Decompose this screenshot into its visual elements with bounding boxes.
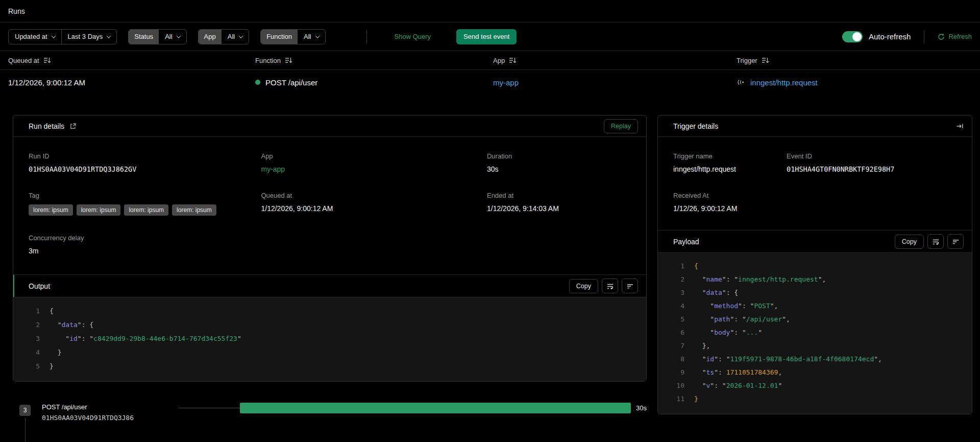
word-wrap-icon bbox=[606, 283, 614, 290]
toggle-knob bbox=[852, 32, 862, 41]
app-filter-value[interactable]: All bbox=[222, 30, 249, 44]
word-wrap-button[interactable] bbox=[602, 278, 618, 293]
app-link[interactable]: my-app bbox=[261, 165, 487, 173]
field-label: Trigger name bbox=[673, 152, 787, 160]
duration-value: 30s bbox=[487, 165, 631, 173]
line-number: 5 bbox=[672, 313, 684, 326]
sort-icon bbox=[509, 57, 517, 64]
chevron-down-icon bbox=[239, 34, 243, 38]
line-number: 5 bbox=[28, 359, 40, 373]
column-header-trigger[interactable]: Trigger bbox=[737, 57, 980, 64]
app-filter-selected: All bbox=[228, 33, 235, 40]
step-count-badge[interactable]: 3 bbox=[19, 405, 31, 416]
field-label: Tag bbox=[29, 192, 261, 199]
run-trigger-name: inngest/http.request bbox=[750, 78, 818, 87]
line-number: 7 bbox=[672, 339, 684, 353]
sort-icon bbox=[762, 57, 769, 64]
code-line: 6 "body": "..." bbox=[672, 326, 964, 339]
refresh-icon bbox=[938, 33, 945, 40]
status-filter[interactable]: Status All bbox=[128, 29, 186, 44]
run-details-header: Run details Replay bbox=[13, 115, 646, 137]
time-range-select[interactable]: Last 3 Days bbox=[62, 30, 117, 44]
auto-refresh-toggle[interactable] bbox=[842, 31, 863, 42]
code-line: 5 "path": "/api/user", bbox=[672, 313, 964, 326]
align-left-icon bbox=[626, 283, 634, 290]
chevron-down-icon bbox=[315, 34, 319, 38]
function-filter-selected: All bbox=[304, 33, 311, 40]
code-line: 4 "method": "POST", bbox=[672, 299, 964, 313]
output-code-block[interactable]: 1{2 "data": {3 "id": "c8429dd9-29b8-44e6… bbox=[13, 297, 646, 381]
timeline-duration-bar[interactable] bbox=[240, 403, 631, 413]
run-details-fields: Run ID 01HS0AA03V04D91RTDQ3J862GV App my… bbox=[13, 137, 646, 274]
time-range-value: Last 3 Days bbox=[68, 33, 103, 40]
field-label: Concurrency delay bbox=[29, 234, 261, 242]
code-line: 3 "data": { bbox=[672, 286, 964, 299]
received-at-value: 1/12/26, 9:00:12 AM bbox=[673, 204, 957, 213]
replay-button[interactable]: Replay bbox=[604, 119, 638, 133]
copy-payload-button[interactable]: Copy bbox=[895, 235, 924, 249]
send-test-event-button[interactable]: Send test event bbox=[456, 29, 517, 44]
run-details-title: Run details bbox=[29, 122, 64, 130]
code-line: 5} bbox=[28, 359, 638, 373]
top-bar: Runs bbox=[0, 0, 980, 22]
run-queued-at: 1/12/2026, 9:00:12 AM bbox=[8, 78, 255, 87]
timeline-connector-vertical bbox=[25, 418, 26, 442]
field-queued-at: Queued at 1/12/2026, 9:00:12 AM bbox=[261, 192, 487, 216]
function-filter-value[interactable]: All bbox=[298, 30, 325, 44]
copy-output-button[interactable]: Copy bbox=[569, 279, 598, 293]
field-duration: Duration 30s bbox=[487, 152, 631, 173]
timeline-duration-label: 30s bbox=[636, 404, 647, 412]
function-filter[interactable]: Function All bbox=[260, 29, 325, 44]
run-trigger-link[interactable]: inngest/http.request bbox=[737, 78, 980, 87]
collapse-panel-button[interactable] bbox=[956, 123, 964, 130]
run-function-name: POST /api/user bbox=[265, 78, 317, 87]
field-trigger-name: Trigger name inngest/http.request bbox=[673, 152, 787, 173]
code-line: 4 } bbox=[28, 345, 638, 359]
refresh-button[interactable]: Refresh bbox=[938, 33, 972, 40]
run-function-cell[interactable]: POST /api/user bbox=[255, 78, 493, 87]
field-tag: Tag lorem: ipsumlorem: ipsumlorem: ipsum… bbox=[29, 192, 261, 216]
column-header-function[interactable]: Function bbox=[255, 57, 493, 64]
field-received-at: Received At 1/12/26, 9:00:12 AM bbox=[673, 192, 957, 213]
show-query-button[interactable]: Show Query bbox=[395, 33, 431, 40]
format-button[interactable] bbox=[947, 234, 964, 249]
timeline-step-info: POST /api/user 01HS0AA03V04D91RTDQ3J86 bbox=[42, 402, 179, 424]
status-filter-selected: All bbox=[165, 33, 172, 40]
trigger-details-panel: Trigger details Trigger name inngest bbox=[657, 115, 972, 414]
chevron-down-icon bbox=[176, 34, 180, 38]
time-field-select[interactable]: Updated at bbox=[9, 30, 61, 44]
word-wrap-button[interactable] bbox=[927, 234, 944, 249]
run-id-value: 01HS0AA03V04D91RTDQ3J862GV bbox=[29, 165, 261, 173]
output-section-header: Output Copy bbox=[13, 274, 646, 297]
field-concurrency-delay: Concurrency delay 3m bbox=[29, 234, 261, 255]
format-button[interactable] bbox=[622, 278, 638, 293]
refresh-label: Refresh bbox=[948, 33, 972, 40]
run-detail-area: Run details Replay Run ID 01HS0AA03V04D9… bbox=[0, 95, 980, 442]
divider bbox=[924, 30, 924, 43]
ended-at-value: 1/12/2026, 9:14:03 AM bbox=[487, 204, 631, 213]
run-timeline-row[interactable]: 3 POST /api/user 01HS0AA03V04D91RTDQ3J86… bbox=[19, 402, 647, 442]
trigger-details-header: Trigger details bbox=[658, 115, 972, 137]
tag-pills: lorem: ipsumlorem: ipsumlorem: ipsumlore… bbox=[29, 204, 261, 216]
runs-table-header: Queued at Function App Trigger bbox=[0, 51, 980, 70]
status-filter-value[interactable]: All bbox=[159, 30, 186, 44]
column-header-app[interactable]: App bbox=[493, 57, 737, 64]
code-line: 3 "id": "c8429dd9-29b8-44e6-b714-767d34c… bbox=[28, 332, 638, 345]
line-number: 3 bbox=[672, 286, 684, 299]
time-field-value: Updated at bbox=[15, 33, 47, 40]
run-app-link[interactable]: my-app bbox=[493, 78, 737, 87]
line-number: 1 bbox=[672, 260, 684, 273]
chevron-down-icon bbox=[107, 34, 111, 38]
run-table-row[interactable]: 1/12/2026, 9:00:12 AM POST /api/user my-… bbox=[0, 70, 980, 95]
external-link-icon[interactable] bbox=[69, 123, 77, 130]
column-header-queued-at[interactable]: Queued at bbox=[8, 57, 255, 64]
code-line: 2 "name": "inngest/http.request", bbox=[672, 273, 964, 286]
field-label: Run ID bbox=[29, 152, 261, 160]
line-number: 3 bbox=[28, 332, 40, 345]
auto-refresh-label: Auto-refresh bbox=[869, 32, 911, 41]
payload-code-block[interactable]: 1{2 "name": "inngest/http.request",3 "da… bbox=[658, 253, 972, 414]
webhook-icon bbox=[737, 79, 745, 86]
field-label: Ended at bbox=[487, 192, 631, 199]
app-filter[interactable]: App All bbox=[198, 29, 250, 44]
run-details-title-wrap: Run details bbox=[29, 122, 77, 130]
